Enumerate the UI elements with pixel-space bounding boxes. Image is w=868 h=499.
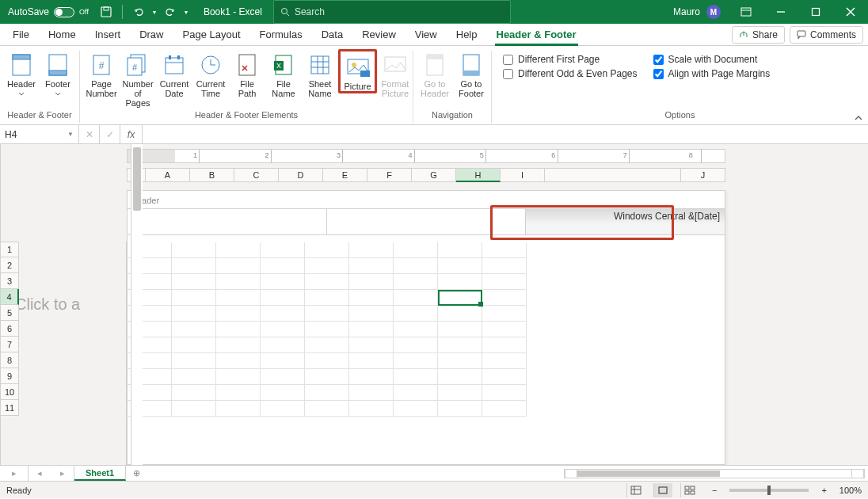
svg-rect-23 [177, 55, 180, 59]
sheet-nav-collapse-icon[interactable]: ▸ [0, 466, 29, 481]
zoom-level[interactable]: 100% [839, 486, 862, 495]
col-J[interactable]: J [681, 168, 725, 182]
page-header-zone[interactable]: Header Windows Central &[Date] [128, 191, 725, 242]
horizontal-scrollbar[interactable] [147, 466, 868, 481]
search-box[interactable]: Search [273, 0, 511, 24]
chevron-down-icon[interactable]: ▼ [67, 131, 74, 138]
row-9[interactable]: 9 [0, 368, 19, 384]
tab-view[interactable]: View [405, 24, 447, 45]
opt-different-odd-even[interactable]: Different Odd & Even Pages [503, 68, 638, 79]
page-break-view-icon[interactable] [680, 483, 699, 497]
zoom-in-icon[interactable]: + [821, 486, 826, 495]
tab-file[interactable]: File [3, 24, 39, 45]
row-5[interactable]: 5 [0, 305, 19, 321]
opt-align-page-margins[interactable]: Align with Page Margins [653, 68, 771, 79]
row-8[interactable]: 8 [0, 352, 19, 368]
status-ready: Ready [6, 486, 32, 495]
close-icon[interactable] [833, 0, 868, 24]
annotation-highlight [490, 205, 674, 240]
col-H[interactable]: H [456, 168, 501, 182]
share-button[interactable]: Share [732, 26, 785, 44]
undo-icon[interactable] [132, 6, 145, 18]
row-7[interactable]: 7 [0, 337, 19, 352]
maximize-icon[interactable] [798, 0, 833, 24]
picture-button[interactable]: Picture [338, 49, 377, 93]
footer-button[interactable]: Footer [40, 49, 76, 96]
col-G[interactable]: G [412, 168, 456, 182]
tab-home[interactable]: Home [39, 24, 86, 45]
header-button[interactable]: Header [3, 49, 40, 96]
account-area[interactable]: Mauro M [665, 0, 729, 24]
name-box[interactable]: H4 ▼ [0, 125, 79, 143]
undo-dropdown-icon[interactable]: ▾ [153, 9, 156, 16]
opt-scale-with-document[interactable]: Scale with Document [653, 54, 771, 65]
search-icon [280, 7, 290, 17]
col-B[interactable]: B [190, 168, 234, 182]
tab-draw[interactable]: Draw [130, 24, 173, 45]
cell-grid[interactable] [128, 242, 725, 464]
tab-formulas[interactable]: Formulas [250, 24, 312, 45]
page-number-button[interactable]: # Page Number [83, 49, 120, 98]
autosave-switch-icon[interactable] [54, 7, 74, 17]
row-1[interactable]: 1 [0, 242, 19, 257]
svg-rect-22 [169, 55, 171, 59]
sheet-name-button[interactable]: Sheet Name [302, 49, 338, 98]
tab-header-footer[interactable]: Header & Footer [487, 24, 586, 45]
col-C[interactable]: C [234, 168, 279, 182]
row-3[interactable]: 3 [0, 273, 19, 289]
ribbon-display-options-icon[interactable] [729, 0, 763, 24]
add-sheet-button[interactable]: ⊕ [126, 466, 147, 481]
comments-button[interactable]: Comments [790, 26, 863, 44]
formula-bar: H4 ▼ ✕ ✓ fx [0, 125, 868, 144]
col-F[interactable]: F [367, 168, 412, 182]
number-of-pages-button[interactable]: # Number of Pages [120, 49, 156, 108]
col-E[interactable]: E [323, 168, 367, 182]
svg-rect-12 [13, 55, 30, 59]
header-left-section[interactable] [128, 209, 327, 234]
selected-cell[interactable] [438, 290, 482, 306]
minimize-icon[interactable] [763, 0, 798, 24]
vertical-scrollbar[interactable] [131, 144, 143, 465]
formula-input[interactable] [143, 125, 868, 143]
group-label-navigation: Navigation [417, 110, 488, 124]
tab-insert[interactable]: Insert [86, 24, 131, 45]
redo-icon[interactable] [164, 6, 177, 18]
svg-rect-20 [166, 58, 183, 74]
row-2[interactable]: 2 [0, 257, 19, 273]
row-11[interactable]: 11 [0, 400, 19, 416]
page-layout-view-icon[interactable] [653, 483, 672, 497]
svg-rect-1 [104, 7, 108, 10]
tab-page-layout[interactable]: Page Layout [173, 24, 250, 45]
tab-data[interactable]: Data [312, 24, 352, 45]
search-placeholder: Search [295, 6, 325, 17]
col-D[interactable]: D [279, 168, 323, 182]
qat-customize-icon[interactable]: ▾ [185, 9, 188, 16]
save-icon[interactable] [100, 6, 112, 18]
col-I[interactable]: I [501, 168, 545, 182]
sheet-tab-sheet1[interactable]: Sheet1 [74, 466, 126, 481]
tab-review[interactable]: Review [352, 24, 405, 45]
svg-point-2 [281, 9, 287, 14]
current-date-button[interactable]: Current Date [156, 49, 192, 98]
horizontal-ruler[interactable]: 1 2 3 4 5 6 7 8 [127, 149, 725, 163]
col-A[interactable]: A [146, 168, 190, 182]
opt-different-first-page[interactable]: Different First Page [503, 54, 638, 65]
row-10[interactable]: 10 [0, 384, 19, 400]
tab-help[interactable]: Help [447, 24, 487, 45]
enter-formula-icon[interactable]: ✓ [100, 125, 120, 143]
collapse-ribbon-icon[interactable] [854, 113, 863, 123]
autosave-toggle[interactable]: AutoSave Off [0, 0, 95, 24]
cancel-formula-icon[interactable]: ✕ [79, 125, 100, 143]
normal-view-icon[interactable] [626, 483, 645, 497]
row-4[interactable]: 4 [0, 289, 19, 305]
sheet-nav-arrows[interactable]: ◂▸ [29, 466, 74, 481]
zoom-out-icon[interactable]: − [712, 486, 717, 495]
zoom-slider[interactable] [729, 489, 809, 492]
file-name-button[interactable]: X File Name [265, 49, 302, 98]
header-zone-label: Header [128, 196, 725, 205]
fx-icon[interactable]: fx [120, 125, 143, 143]
row-6[interactable]: 6 [0, 321, 19, 337]
file-path-button[interactable]: File Path [229, 49, 265, 98]
go-to-footer-button[interactable]: Go to Footer [453, 49, 489, 98]
current-time-button[interactable]: Current Time [192, 49, 229, 98]
